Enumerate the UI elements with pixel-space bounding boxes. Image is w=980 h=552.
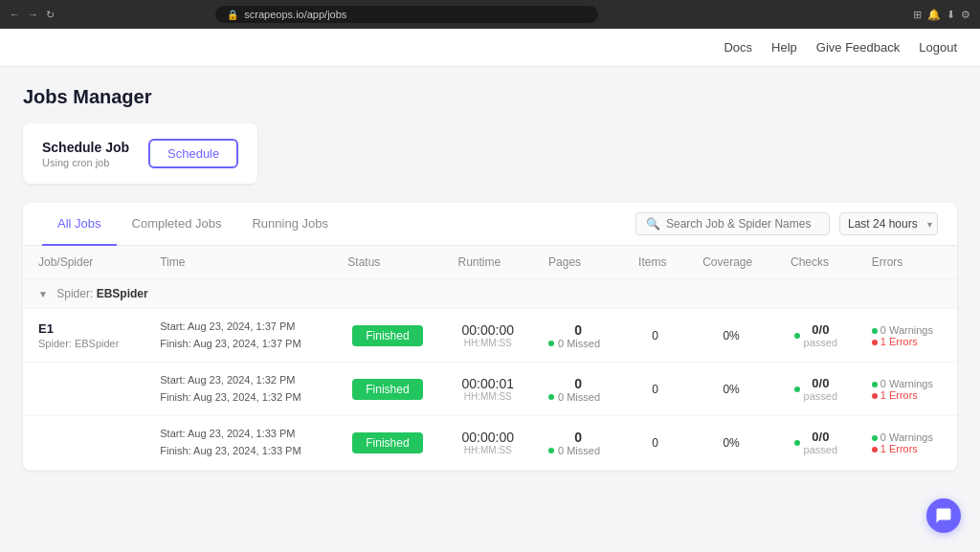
cell-runtime-1: 00:00:00 HH:MM:SS (442, 309, 533, 363)
finish-time-3: Finish: Aug 23, 2024, 1:33 PM (160, 443, 317, 460)
table-row: Start: Aug 23, 2024, 1:33 PM Finish: Aug… (23, 416, 957, 470)
cell-checks-3: 0/0 passed (775, 416, 857, 470)
coverage-value-3: 0% (723, 436, 739, 450)
cell-time-1: Start: Aug 23, 2024, 1:37 PM Finish: Aug… (145, 309, 332, 363)
runtime-label-1: HH:MM:SS (457, 338, 518, 348)
cell-job-spider-2 (23, 363, 145, 416)
pages-value-1: 0 (548, 322, 608, 338)
jobs-table: Job/Spider Time Status Runtime Pages Ite… (23, 246, 957, 471)
cell-checks-2: 0/0 passed (775, 363, 857, 416)
errors-1: 1 Errors (872, 336, 942, 347)
error-dot-3 (872, 447, 878, 453)
tab-running-jobs[interactable]: Running Jobs (236, 203, 344, 246)
cell-job-spider-3 (23, 416, 145, 470)
table-header-row: Job/Spider Time Status Runtime Pages Ite… (23, 246, 957, 279)
cell-errors-1: 0 Warnings 1 Errors (857, 309, 957, 363)
search-input[interactable] (666, 217, 819, 231)
missed-text-2: 0 Missed (558, 391, 600, 403)
cell-status-2: Finished (332, 363, 442, 416)
tab-completed-jobs[interactable]: Completed Jobs (117, 203, 237, 246)
cell-coverage-1: 0% (687, 309, 775, 363)
checks-dot-3 (794, 440, 800, 446)
col-status: Status (332, 246, 442, 279)
finish-time-1: Finish: Aug 23, 2024, 1:37 PM (160, 336, 317, 353)
missed-text-1: 0 Missed (558, 338, 600, 349)
pages-missed-1: 0 Missed (548, 338, 608, 349)
col-pages: Pages (533, 246, 623, 279)
dot-green-2 (548, 394, 554, 400)
chat-bubble[interactable] (926, 498, 961, 533)
top-nav: Docs Help Give Feedback Logout (0, 29, 980, 67)
status-badge-1: Finished (352, 325, 422, 346)
runtime-label-3: HH:MM:SS (457, 445, 518, 455)
docs-link[interactable]: Docs (724, 40, 752, 55)
checks-value-2: 0/0 (804, 376, 837, 390)
checks-label-2: passed (804, 390, 837, 402)
status-badge-3: Finished (352, 432, 422, 453)
status-badge-2: Finished (352, 379, 422, 400)
tabs-right-controls: 🔍 Last 24 hours Last 7 days Last 30 days… (635, 205, 938, 243)
job-name-1[interactable]: E1 (38, 321, 129, 336)
cell-items-2: 0 (623, 363, 687, 416)
error-dot-2 (872, 393, 878, 399)
col-job-spider: Job/Spider (23, 246, 145, 279)
cell-pages-1: 0 0 Missed (533, 309, 623, 363)
help-link[interactable]: Help (771, 40, 797, 55)
checks-dot-1 (794, 333, 800, 339)
spider-name: EBSpider (97, 287, 148, 300)
browser-right-icons: ⊞🔔⬇⚙ (913, 9, 970, 21)
address-bar[interactable]: 🔒 scrapeops.io/app/jobs (215, 6, 598, 23)
cell-checks-1: 0/0 passed (775, 309, 857, 363)
cell-time-3: Start: Aug 23, 2024, 1:33 PM Finish: Aug… (145, 416, 332, 470)
coverage-value-1: 0% (723, 329, 739, 342)
table-row: E1 Spider: EBSpider Start: Aug 23, 2024,… (23, 309, 957, 363)
cell-pages-2: 0 0 Missed (533, 363, 623, 416)
warning-dot-1 (872, 328, 878, 334)
checks-value-1: 0/0 (804, 322, 837, 337)
items-value-3: 0 (652, 436, 658, 450)
schedule-job-subtitle: Using cron job (42, 157, 129, 168)
start-time-1: Start: Aug 23, 2024, 1:37 PM (160, 319, 317, 336)
schedule-info: Schedule Job Using cron job (42, 140, 129, 168)
cell-coverage-3: 0% (687, 416, 775, 470)
table-row: Start: Aug 23, 2024, 1:32 PM Finish: Aug… (23, 363, 957, 416)
logout-link[interactable]: Logout (919, 40, 957, 55)
col-items: Items (623, 246, 687, 279)
checks-dot-2 (794, 386, 800, 392)
browser-chrome: ←→↻ 🔒 scrapeops.io/app/jobs ⊞🔔⬇⚙ (0, 0, 980, 29)
col-coverage: Coverage (687, 246, 775, 279)
give-feedback-link[interactable]: Give Feedback (816, 40, 900, 55)
cell-status-1: Finished (332, 309, 442, 363)
cell-runtime-2: 00:00:01 HH:MM:SS (442, 363, 533, 416)
coverage-value-2: 0% (723, 383, 739, 396)
browser-nav-icons: ←→↻ (10, 9, 55, 21)
page-title: Jobs Manager (23, 86, 957, 108)
col-time: Time (145, 246, 332, 279)
missed-text-3: 0 Missed (558, 445, 600, 456)
cell-items-1: 0 (623, 309, 687, 363)
jobs-container: All Jobs Completed Jobs Running Jobs 🔍 L… (23, 203, 957, 471)
dot-green-3 (548, 448, 554, 453)
main-content: Jobs Manager Schedule Job Using cron job… (0, 67, 980, 548)
runtime-value-3: 00:00:00 (457, 430, 518, 445)
search-box[interactable]: 🔍 (635, 212, 830, 235)
finish-time-2: Finish: Aug 23, 2024, 1:32 PM (160, 389, 317, 407)
warning-dot-2 (872, 382, 878, 387)
tab-all-jobs[interactable]: All Jobs (42, 203, 117, 246)
spider-label: Spider: (56, 287, 93, 300)
cell-errors-2: 0 Warnings 1 Errors (857, 363, 957, 416)
time-filter-select[interactable]: Last 24 hours Last 7 days Last 30 days A… (839, 212, 938, 235)
tabs-bar: All Jobs Completed Jobs Running Jobs 🔍 L… (23, 203, 957, 246)
warnings-1: 0 Warnings (872, 324, 942, 336)
job-spider-1: Spider: EBSpider (38, 338, 129, 349)
col-errors: Errors (857, 246, 957, 279)
toggle-icon[interactable]: ▼ (38, 289, 48, 299)
pages-missed-2: 0 Missed (548, 391, 608, 403)
cell-runtime-3: 00:00:00 HH:MM:SS (442, 416, 533, 470)
pages-value-3: 0 (548, 430, 608, 445)
spider-group-cell: ▼ Spider: EBSpider (23, 279, 957, 309)
dot-green-1 (548, 341, 554, 346)
col-runtime: Runtime (442, 246, 533, 279)
schedule-button[interactable]: Schedule (148, 139, 238, 168)
items-value-1: 0 (652, 329, 658, 342)
